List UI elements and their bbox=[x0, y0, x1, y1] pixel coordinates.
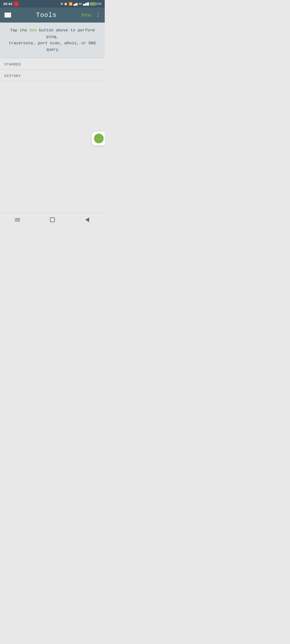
toolbar-title: Tools bbox=[36, 12, 57, 19]
signal-2-icon: ▄▆█ bbox=[83, 2, 89, 5]
nav-back-icon bbox=[85, 217, 89, 222]
nav-back-button[interactable] bbox=[79, 214, 95, 225]
history-section-header: HISTORY bbox=[0, 70, 105, 81]
fab-inner: ··· bbox=[94, 134, 104, 143]
hint-new-highlight: New bbox=[29, 28, 37, 33]
wifi-icon: 📶 bbox=[69, 2, 73, 6]
hint-container: Tap the New button above to perform ping… bbox=[0, 23, 105, 58]
starred-section-header: STARRED bbox=[0, 58, 105, 70]
main-content bbox=[0, 81, 105, 226]
nfc-icon: N bbox=[61, 2, 63, 5]
battery-icon bbox=[90, 2, 96, 5]
nav-bar bbox=[0, 213, 105, 226]
network-type-label: 2G bbox=[79, 2, 82, 5]
nav-menu-button[interactable] bbox=[9, 214, 26, 225]
menu-button[interactable] bbox=[4, 12, 11, 18]
fab-container: ··· bbox=[92, 131, 105, 145]
battery-level: 100 bbox=[97, 2, 102, 5]
fab-dots-icon: ··· bbox=[97, 137, 101, 140]
new-button[interactable]: New bbox=[81, 12, 91, 18]
more-options-icon[interactable]: ⋮ bbox=[95, 12, 100, 18]
starred-label: STARRED bbox=[4, 63, 21, 67]
nav-home-button[interactable] bbox=[44, 214, 60, 225]
status-time: 20:44 bbox=[3, 2, 12, 6]
status-bar: 20:44 ● N ⏰ 📶 ▄▆ 2G ▄▆█ 100 bbox=[0, 0, 105, 8]
status-icons: N ⏰ 📶 ▄▆ 2G ▄▆█ 100 bbox=[61, 2, 102, 6]
alarm-icon: ⏰ bbox=[64, 2, 68, 6]
toolbar-right: New ⋮ bbox=[81, 12, 100, 18]
hint-prefix: Tap the bbox=[10, 28, 29, 33]
fab-button[interactable]: ··· bbox=[92, 131, 105, 145]
app-notification-icon: ● bbox=[14, 1, 19, 6]
signal-icon: ▄▆ bbox=[74, 2, 78, 5]
toolbar: Tools New ⋮ bbox=[0, 8, 105, 23]
nav-menu-icon bbox=[15, 218, 20, 221]
hint-text: Tap the New button above to perform ping… bbox=[5, 27, 99, 53]
nav-home-icon bbox=[50, 217, 55, 222]
history-label: HISTORY bbox=[4, 74, 21, 78]
